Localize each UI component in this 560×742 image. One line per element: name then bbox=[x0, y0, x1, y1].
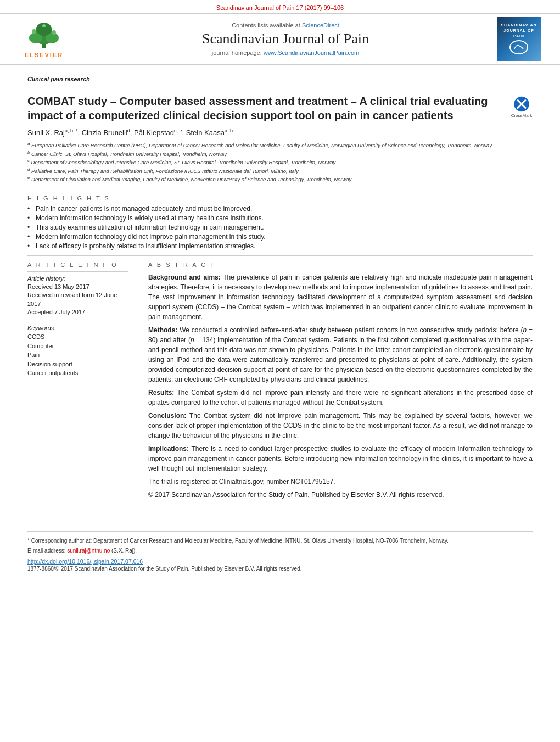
copyright-text: © 2017 Scandinavian Association for the … bbox=[148, 491, 444, 499]
article-info-col: A R T I C L E I N F O Article history: R… bbox=[27, 261, 137, 503]
corresponding-text: Department of Cancer Research and Molecu… bbox=[93, 538, 449, 544]
homepage-link[interactable]: www.ScandinavianJournalPain.com bbox=[264, 49, 359, 56]
affiliation-a-text: European Palliative Care Research Centre… bbox=[31, 142, 492, 148]
main-content: Clinical pain research COMBAT study – Co… bbox=[0, 65, 560, 509]
authors-line: Sunil X. Raja, b, *, Cinzia Brunellid, P… bbox=[27, 128, 533, 137]
abstract-col: A B S T R A C T Background and aims: The… bbox=[148, 261, 533, 503]
keywords-section: Keywords: CCDS Computer Pain Decision su… bbox=[27, 325, 128, 378]
journal-title-area: Contents lists available at ScienceDirec… bbox=[77, 22, 494, 56]
contents-text: Contents lists available at bbox=[232, 22, 300, 29]
keywords-label: Keywords: bbox=[27, 325, 128, 331]
author1-sup: a, b, * bbox=[65, 128, 78, 133]
author3-sup: c, e bbox=[174, 128, 182, 133]
accepted-date: Accepted 7 July 2017 bbox=[27, 308, 128, 316]
divider-2 bbox=[27, 189, 533, 189]
journal-citation-bar: Scandinavian Journal of Pain 17 (2017) 9… bbox=[0, 0, 560, 13]
highlight-3: This study examines utilization of infor… bbox=[27, 224, 533, 231]
doi-link[interactable]: http://dx.doi.org/10.1016/j.sjpain.2017.… bbox=[27, 558, 533, 565]
journal-header: ELSEVIER Contents lists available at Sci… bbox=[0, 13, 560, 65]
abstract-implications: Implications: There is a need to conduct… bbox=[148, 444, 533, 473]
affiliation-e-text: Department of Circulation and Medical Im… bbox=[31, 176, 351, 182]
methods-label: Methods: bbox=[148, 326, 180, 334]
affiliations-section: a European Palliative Care Research Cent… bbox=[27, 141, 533, 183]
conclusion-label: Conclusion: bbox=[148, 412, 189, 420]
keyword-5: Cancer outpatients bbox=[27, 369, 128, 378]
svg-point-7 bbox=[42, 24, 46, 27]
highlights-section: H I G H L I G H T S Pain in cancer patie… bbox=[27, 195, 533, 250]
affiliation-b: b Cancer Clinic, St. Olavs Hospital, Tro… bbox=[27, 150, 533, 158]
two-col-section: A R T I C L E I N F O Article history: R… bbox=[27, 261, 533, 503]
abstract-header: A B S T R A C T bbox=[148, 261, 533, 268]
email-label: E-mail address: bbox=[27, 548, 65, 554]
results-text: The Combat system did not improve pain i… bbox=[148, 389, 533, 406]
keyword-4: Decision support bbox=[27, 360, 128, 369]
received-date: Received 13 May 2017 bbox=[27, 283, 128, 291]
highlight-2: Modern information technology is widely … bbox=[27, 214, 533, 222]
abstract-text: Background and aims: The prevalence of p… bbox=[148, 272, 533, 500]
background-label: Background and aims: bbox=[148, 274, 223, 281]
implications-text: There is a need to conduct larger prospe… bbox=[148, 445, 533, 472]
results-label: Results: bbox=[148, 389, 177, 397]
author2-name: Cinzia Brunelli bbox=[82, 129, 127, 137]
elsevier-tree-icon bbox=[22, 20, 66, 51]
divider-3 bbox=[27, 255, 533, 256]
article-history: Article history: Received 13 May 2017 Re… bbox=[27, 275, 128, 317]
journal-main-title: Scandinavian Journal of Pain bbox=[88, 31, 483, 47]
crossmark-icon bbox=[511, 96, 532, 112]
divider-1 bbox=[27, 88, 533, 88]
abstract-trial: The trial is registered at Clinialtrials… bbox=[148, 477, 533, 487]
implications-label: Implications: bbox=[148, 445, 191, 453]
affiliation-b-text: Cancer Clinic, St. Olavs Hospital, Trond… bbox=[31, 151, 227, 157]
journal-citation: Scandinavian Journal of Pain 17 (2017) 9… bbox=[216, 4, 344, 11]
affiliation-d-text: Palliative Care, Pain Therapy and Rehabi… bbox=[31, 168, 299, 174]
highlights-header: H I G H L I G H T S bbox=[27, 195, 533, 202]
methods-text: We conducted a controlled before-and-aft… bbox=[148, 326, 533, 383]
elsevier-label: ELSEVIER bbox=[25, 52, 63, 58]
article-info-header: A R T I C L E I N F O bbox=[27, 261, 128, 268]
logo-text-scandinavian: SCANDINAVIANJOURNAL OFPAIN bbox=[501, 23, 536, 38]
affiliation-c-text: Department of Anaesthesiology and Intens… bbox=[31, 159, 336, 165]
divider-info-2 bbox=[27, 321, 128, 321]
abstract-results: Results: The Combat system did not impro… bbox=[148, 388, 533, 408]
keyword-1: CCDS bbox=[27, 332, 128, 342]
highlights-list: Pain in cancer patients is not managed a… bbox=[27, 205, 533, 250]
logo-icon bbox=[508, 39, 530, 55]
author4-name: Stein Kaasa bbox=[186, 129, 225, 137]
history-label: Article history: bbox=[27, 275, 128, 282]
highlight-1: Pain in cancer patients is not managed a… bbox=[27, 205, 533, 213]
author3-name: Pål Klepstad bbox=[134, 129, 174, 137]
affiliation-d: d Palliative Care, Pain Therapy and Reha… bbox=[27, 167, 533, 175]
journal-homepage: journal homepage: www.ScandinavianJourna… bbox=[88, 49, 483, 56]
email-address[interactable]: sunil.raj@ntnu.no bbox=[67, 548, 110, 554]
divider-footer bbox=[27, 531, 533, 532]
affiliation-a: a European Palliative Care Research Cent… bbox=[27, 141, 533, 149]
corresponding-author: * Corresponding author at: Department of… bbox=[27, 537, 533, 545]
highlight-5: Lack of efficacy is probably related to … bbox=[27, 242, 533, 250]
corresponding-label: * Corresponding author at: bbox=[27, 538, 92, 544]
affiliation-c: c Department of Anaesthesiology and Inte… bbox=[27, 158, 533, 166]
contents-line: Contents lists available at ScienceDirec… bbox=[88, 22, 483, 29]
keyword-3: Pain bbox=[27, 350, 128, 360]
homepage-text: journal homepage: bbox=[212, 49, 262, 56]
page: Scandinavian Journal of Pain 17 (2017) 9… bbox=[0, 0, 560, 742]
email-suffix: (S.X. Raj). bbox=[111, 548, 137, 554]
revised-date: Received in revised form 12 June 2017 bbox=[27, 291, 128, 308]
abstract-copyright: © 2017 Scandinavian Association for the … bbox=[148, 490, 533, 500]
footer-section: * Corresponding author at: Department of… bbox=[0, 520, 560, 577]
section-label: Clinical pain research bbox=[27, 76, 533, 82]
keyword-2: Computer bbox=[27, 342, 128, 351]
sciencedirect-link[interactable]: ScienceDirect bbox=[302, 22, 339, 29]
crossmark-logo[interactable]: CrossMark bbox=[511, 96, 533, 118]
journal-logo-right: SCANDINAVIANJOURNAL OFPAIN bbox=[494, 17, 544, 61]
divider-info-1 bbox=[27, 271, 128, 272]
author4-sup: a, b bbox=[225, 128, 233, 133]
journal-logo-box: SCANDINAVIANJOURNAL OFPAIN bbox=[497, 17, 541, 61]
highlight-4: Modern information technology did not im… bbox=[27, 233, 533, 241]
svg-point-6 bbox=[52, 30, 56, 35]
abstract-methods: Methods: We conducted a controlled befor… bbox=[148, 325, 533, 384]
abstract-background: Background and aims: The prevalence of p… bbox=[148, 272, 533, 322]
email-line: E-mail address: sunil.raj@ntnu.no (S.X. … bbox=[27, 547, 533, 555]
title-area: COMBAT study – Computer based assessment… bbox=[27, 94, 533, 128]
trial-text: The trial is registered at Clinialtrials… bbox=[148, 478, 335, 486]
article-title: COMBAT study – Computer based assessment… bbox=[27, 94, 505, 122]
